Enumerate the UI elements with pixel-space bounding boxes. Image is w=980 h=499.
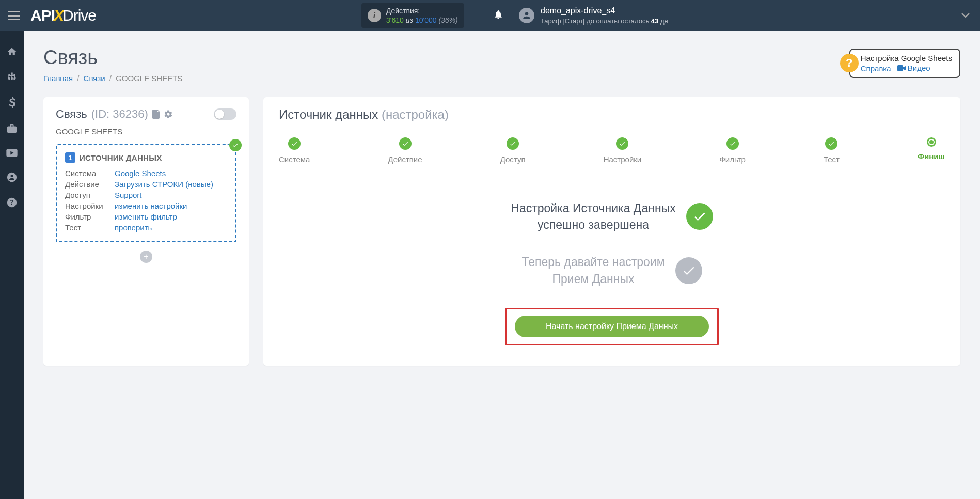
add-step-button[interactable]: + [140, 251, 152, 263]
svg-rect-1 [8, 77, 10, 79]
actions-of: из [406, 16, 413, 24]
user-menu[interactable]: demo_apix-drive_s4 Тариф |Старт| до опла… [519, 5, 668, 26]
step-finish[interactable]: Финиш [918, 137, 945, 164]
help-title: Настройка Google Sheets [861, 54, 952, 63]
document-icon[interactable] [152, 110, 161, 119]
logo[interactable]: APIXDrive [30, 7, 96, 24]
steps-progress: Система Действие Доступ Настройки Фильтр… [279, 137, 945, 164]
actions-counter[interactable]: i Действия: 3'610 из 10'000 (36%) [361, 3, 464, 28]
finish-success-row: Настройка Источника Данных успешно завер… [279, 200, 945, 233]
label-test: Тест [65, 223, 115, 232]
source-box[interactable]: 1 ИСТОЧНИК ДАННЫХ СистемаGoogle Sheets Д… [56, 144, 236, 242]
finish-next-row: Теперь давайте настроим Прием Данных [279, 254, 945, 287]
value-test[interactable]: проверить [115, 223, 152, 232]
info-icon: i [368, 9, 381, 22]
start-receiver-setup-button[interactable]: Начать настройку Приема Данных [515, 316, 709, 337]
value-access[interactable]: Support [115, 191, 142, 199]
sidebar-video-icon[interactable] [0, 148, 24, 160]
sidebar-home-icon[interactable] [0, 46, 24, 59]
step-test[interactable]: Тест [824, 137, 840, 164]
menu-toggle[interactable] [8, 11, 20, 20]
label-filter: Фильтр [65, 212, 115, 221]
connection-title: Связь (ID: 36236) [56, 107, 173, 121]
top-header: APIXDrive i Действия: 3'610 из 10'000 (3… [0, 0, 980, 31]
svg-text:?: ? [10, 199, 14, 206]
connection-subtitle: GOOGLE SHEETS [56, 127, 236, 136]
source-setup-panel: Источник данных (настройка) Система Дейс… [263, 97, 960, 366]
value-action[interactable]: Загрузить СТРОКИ (новые) [115, 180, 213, 189]
connection-toggle[interactable] [214, 108, 236, 120]
question-icon: ? [840, 54, 859, 72]
actions-label: Действия: [386, 6, 458, 15]
gear-icon[interactable] [164, 110, 173, 119]
label-action: Действие [65, 180, 115, 189]
step-system[interactable]: Система [279, 137, 310, 164]
actions-count: 3'610 [386, 16, 404, 24]
check-badge-icon [229, 139, 242, 151]
label-access: Доступ [65, 191, 115, 199]
value-settings[interactable]: изменить настройки [115, 201, 187, 210]
step-filter[interactable]: Фильтр [719, 137, 745, 164]
source-heading: 1 ИСТОЧНИК ДАННЫХ [65, 152, 227, 163]
sidebar-help-icon[interactable]: ? [0, 197, 24, 210]
check-circle-icon [686, 203, 713, 230]
source-panel-title: Источник данных (настройка) [279, 107, 945, 122]
help-video-link[interactable]: Видео [897, 64, 930, 72]
svg-rect-2 [11, 77, 12, 79]
chevron-down-icon[interactable] [961, 11, 970, 20]
bc-links[interactable]: Связи [84, 74, 105, 83]
sidebar-services-icon[interactable] [0, 123, 24, 135]
cta-highlight: Начать настройку Приема Данных [505, 308, 719, 345]
user-name: demo_apix-drive_s4 [541, 5, 668, 17]
step-settings[interactable]: Настройки [604, 137, 642, 164]
actions-pct: (36%) [438, 16, 457, 24]
svg-rect-0 [11, 73, 12, 74]
connection-panel: Связь (ID: 36236) GOOGLE SHEETS 1 ИСТОЧН… [43, 97, 249, 366]
tariff-info: Тариф |Старт| до оплаты осталось 43 дн [541, 17, 668, 26]
step-access[interactable]: Доступ [500, 137, 526, 164]
actions-total: 10'000 [415, 16, 437, 24]
sidebar-account-icon[interactable] [0, 172, 24, 185]
avatar-icon [519, 8, 534, 23]
help-reference-link[interactable]: Справка [861, 64, 891, 73]
sidebar-connections-icon[interactable] [0, 72, 24, 85]
step-number-badge: 1 [65, 152, 75, 163]
help-box: ? Настройка Google Sheets Справка Видео [849, 49, 960, 78]
video-icon [897, 65, 906, 71]
content-area: Связь Главная / Связи / GOOGLE SHEETS ? … [24, 31, 980, 499]
bc-home[interactable]: Главная [43, 74, 73, 83]
label-system: Система [65, 169, 115, 178]
sidebar-billing-icon[interactable] [0, 97, 24, 111]
check-circle-gray-icon [675, 257, 702, 284]
connection-id: (ID: 36236) [91, 107, 148, 121]
step-action[interactable]: Действие [388, 137, 422, 164]
value-filter[interactable]: изменить фильтр [115, 212, 177, 221]
svg-rect-8 [897, 65, 903, 71]
breadcrumb: Главная / Связи / GOOGLE SHEETS [43, 74, 182, 83]
label-settings: Настройки [65, 201, 115, 210]
bc-current: GOOGLE SHEETS [116, 74, 182, 83]
notifications-icon[interactable] [493, 9, 503, 22]
value-system[interactable]: Google Sheets [115, 169, 166, 178]
page-title: Связь [43, 46, 182, 69]
sidebar: ? [0, 31, 24, 499]
svg-rect-3 [14, 77, 15, 79]
